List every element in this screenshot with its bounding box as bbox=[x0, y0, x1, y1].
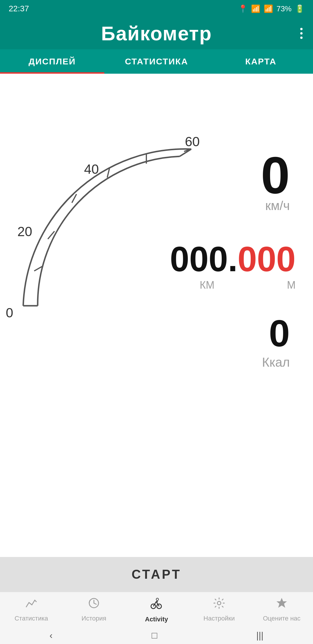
svg-point-17 bbox=[217, 601, 221, 605]
nav-label-settings: Настройки bbox=[203, 615, 235, 622]
svg-point-12 bbox=[156, 598, 159, 600]
calories-value: 0 bbox=[262, 312, 290, 355]
location-icon: 📍 bbox=[238, 4, 248, 13]
gauge-label-20: 20 bbox=[17, 224, 32, 239]
home-button[interactable]: □ bbox=[152, 630, 157, 641]
tab-display[interactable]: ДИСПЛЕЙ bbox=[0, 49, 104, 74]
speed-display: 0 км/ч bbox=[261, 149, 290, 213]
gauge-label-40: 40 bbox=[84, 162, 99, 177]
distance-display: 000 . 000 КМ М bbox=[133, 239, 296, 291]
system-nav-bar: ‹ □ ||| bbox=[0, 627, 313, 644]
wifi-icon: 📶 bbox=[251, 4, 260, 13]
menu-button[interactable] bbox=[300, 28, 303, 39]
distance-km: 000 bbox=[170, 239, 228, 279]
status-time: 22:37 bbox=[9, 4, 29, 13]
nav-item-settings[interactable]: Настройки bbox=[188, 597, 250, 622]
status-right: 📍 📶 📶 73% 🔋 bbox=[238, 4, 304, 13]
calories-unit: Ккал bbox=[262, 355, 290, 370]
app-bar: Байкометр bbox=[0, 17, 313, 49]
distance-label-km: КМ bbox=[133, 279, 220, 291]
rate-icon bbox=[275, 597, 288, 612]
history-icon bbox=[88, 597, 100, 612]
distance-label-m: М bbox=[220, 279, 296, 291]
start-button-label: СТАРТ bbox=[132, 567, 181, 582]
tab-statistics[interactable]: СТАТИСТИКА bbox=[104, 49, 209, 74]
nav-label-activity: Activity bbox=[145, 616, 168, 623]
tab-map[interactable]: КАРТА bbox=[209, 49, 313, 74]
app-title: Байкометр bbox=[101, 22, 212, 45]
distance-dot: . bbox=[228, 239, 237, 279]
nav-item-activity[interactable]: Activity bbox=[125, 596, 188, 623]
signal-icon: 📶 bbox=[264, 4, 273, 13]
nav-item-history[interactable]: История bbox=[63, 597, 125, 622]
nav-label-rate: Оцените нас bbox=[263, 615, 301, 622]
nav-label-history: История bbox=[81, 615, 106, 622]
battery-text: 73% bbox=[276, 4, 292, 13]
calories-display: 0 Ккал bbox=[262, 312, 290, 370]
nav-label-statistics: Статистика bbox=[14, 615, 48, 622]
speed-unit: км/ч bbox=[261, 198, 290, 213]
svg-marker-18 bbox=[276, 598, 287, 608]
speed-value: 0 bbox=[261, 149, 290, 201]
settings-icon bbox=[213, 597, 225, 612]
distance-m: 000 bbox=[238, 239, 296, 279]
speedometer-area: 0 20 40 60 0 км/ч 000 . 000 КМ М 0 Ккал bbox=[0, 74, 313, 335]
activity-icon bbox=[149, 596, 164, 613]
back-button[interactable]: ‹ bbox=[50, 630, 53, 641]
distance-value: 000 . 000 bbox=[170, 239, 296, 279]
main-content: 0 20 40 60 0 км/ч 000 . 000 КМ М 0 Ккал bbox=[0, 74, 313, 557]
battery-icon: 🔋 bbox=[295, 4, 304, 13]
distance-labels: КМ М bbox=[133, 279, 296, 291]
nav-item-statistics[interactable]: Статистика bbox=[0, 597, 63, 622]
nav-item-rate[interactable]: Оцените нас bbox=[250, 597, 313, 622]
bottom-nav: Статистика История Activity bbox=[0, 592, 313, 627]
gauge-label-0: 0 bbox=[6, 305, 13, 320]
statistics-icon bbox=[25, 597, 38, 612]
start-button[interactable]: СТАРТ bbox=[0, 557, 313, 592]
gauge-label-60: 60 bbox=[185, 134, 200, 149]
tab-bar: ДИСПЛЕЙ СТАТИСТИКА КАРТА bbox=[0, 49, 313, 74]
recent-button[interactable]: ||| bbox=[256, 630, 263, 641]
status-bar: 22:37 📍 📶 📶 73% 🔋 bbox=[0, 0, 313, 17]
